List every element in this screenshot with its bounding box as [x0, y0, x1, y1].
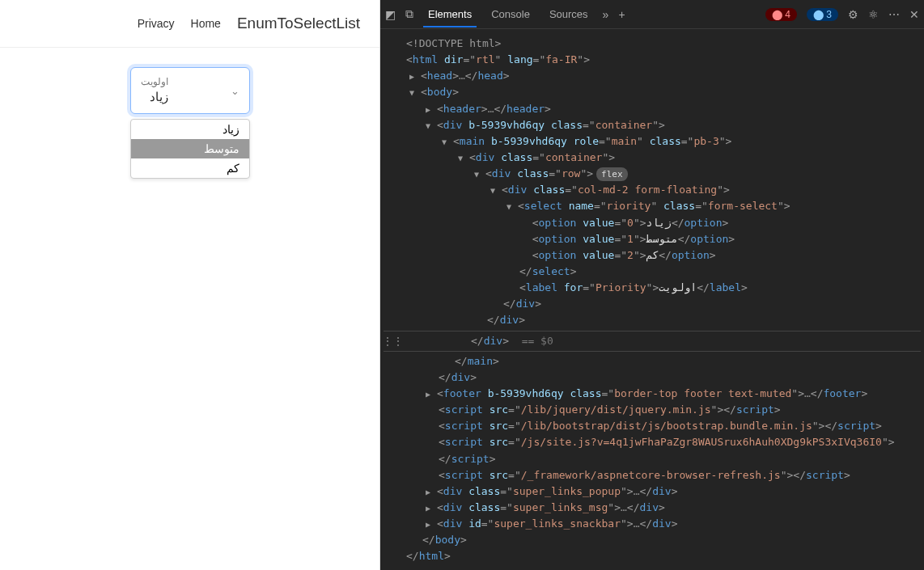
priority-dropdown: زیاد متوسط کم	[130, 119, 250, 179]
select-value: زیاد	[141, 89, 168, 105]
tabs-more-icon[interactable]: »	[603, 8, 609, 21]
dom-div-container2[interactable]: ▼<div class="container">	[384, 150, 921, 166]
dom-select-close[interactable]: </select>	[384, 264, 921, 280]
dom-div-container[interactable]: ▼<div b-5939vhd6qy class="container">	[384, 117, 921, 133]
dom-main[interactable]: ▼<main b-5939vhd6qy role="main" class="p…	[384, 133, 921, 150]
errors-badge[interactable]: ⬤ 4	[765, 8, 797, 21]
settings-icon[interactable]: ⚙	[848, 8, 858, 21]
tab-sources[interactable]: Sources	[545, 2, 593, 27]
device-toggle-icon[interactable]: ⧉	[405, 7, 413, 21]
option-2[interactable]: کم	[131, 158, 249, 178]
dom-body[interactable]: ▼<body>	[384, 84, 921, 100]
option-1[interactable]: متوسط	[131, 139, 249, 158]
dom-div-row[interactable]: ▼<div class="row">flex	[384, 166, 921, 182]
dom-option-2[interactable]: <option value="2">کم</option>	[384, 247, 921, 264]
page-navbar: Privacy Home EnumToSelectList	[0, 0, 379, 48]
nav-home[interactable]: Home	[191, 17, 221, 30]
dom-tree[interactable]: <!DOCTYPE html> <html dir="rtl" lang="fa…	[380, 29, 924, 570]
option-0[interactable]: زیاد	[131, 120, 249, 139]
dom-header[interactable]: ▶<header>…</header>	[384, 101, 921, 117]
drag-handle-icon[interactable]: ⋮⋮	[382, 333, 403, 351]
dom-script-3[interactable]: <script src="/_framework/aspnetcore-brow…	[384, 467, 921, 483]
dom-div-extra-2[interactable]: ▶<div id="super_links_snackbar">…</div>	[384, 516, 921, 532]
dom-div-container2-close[interactable]: ⋮⋮</div> == $0	[384, 333, 921, 349]
dom-label[interactable]: <label for="Priority">اولویت</label>	[384, 280, 921, 296]
warnings-badge[interactable]: ⬤ 3	[807, 8, 838, 21]
brand-title: EnumToSelectList	[237, 15, 360, 32]
dom-option-0[interactable]: <option value="0">زیاد</option>	[384, 215, 921, 231]
dom-script-1[interactable]: <script src="/lib/bootstrap/dist/js/boot…	[384, 418, 921, 434]
dom-option-1[interactable]: <option value="1">متوسط</option>	[384, 231, 921, 247]
dom-html[interactable]: <html dir="rtl" lang="fa-IR">	[384, 52, 921, 68]
dom-script-2-close[interactable]: </script>	[384, 451, 921, 467]
select-label: اولویت	[141, 76, 168, 89]
dom-div-col[interactable]: ▼<div class="col-md-2 form-floating">	[384, 182, 921, 198]
dom-div-row-close[interactable]: </div>	[384, 312, 921, 328]
dom-html-close[interactable]: </html>	[384, 548, 921, 564]
close-icon[interactable]: ✕	[909, 8, 919, 21]
more-icon[interactable]: ⋯	[888, 8, 900, 21]
dom-head[interactable]: ▶<head>…</head>	[384, 68, 921, 84]
activity-icon[interactable]: ⚛	[868, 8, 879, 21]
dom-script-0[interactable]: <script src="/lib/jquery/dist/jquery.min…	[384, 402, 921, 418]
inspect-icon[interactable]: ◩	[385, 8, 396, 21]
dom-div-extra-1[interactable]: ▶<div class="super_links_msg">…</div>	[384, 500, 921, 516]
priority-select-wrap: ⌄ اولویت زیاد زیاد متوسط کم	[130, 67, 250, 179]
dom-select[interactable]: ▼<select name="riority" class="form-sele…	[384, 198, 921, 214]
dom-doctype[interactable]: <!DOCTYPE html>	[384, 36, 921, 52]
webpage-pane: Privacy Home EnumToSelectList ⌄ اولویت ز…	[0, 0, 380, 570]
tab-elements[interactable]: Elements	[423, 2, 477, 27]
select-texts: اولویت زیاد	[141, 76, 168, 104]
devtools-pane: ◩ ⧉ Elements Console Sources » + ⬤ 4 ⬤ 3…	[380, 0, 924, 570]
nav-privacy[interactable]: Privacy	[138, 17, 175, 30]
chevron-down-icon: ⌄	[231, 85, 239, 97]
priority-select[interactable]: ⌄ اولویت زیاد	[130, 67, 250, 114]
dom-div-extra-0[interactable]: ▶<div class="super_links_popup">…</div>	[384, 483, 921, 500]
page-body: ⌄ اولویت زیاد زیاد متوسط کم	[0, 48, 379, 179]
dom-body-close[interactable]: </body>	[384, 532, 921, 548]
dom-footer[interactable]: ▶<footer b-5939vhd6qy class="border-top …	[384, 386, 921, 402]
dom-div-col-close[interactable]: </div>	[384, 296, 921, 312]
tab-console[interactable]: Console	[486, 2, 535, 27]
dom-main-close[interactable]: </main>	[384, 353, 921, 369]
add-tab-icon[interactable]: +	[618, 8, 625, 21]
dom-script-2[interactable]: <script src="/js/site.js?v=4q1jwFhaPaZgr…	[384, 434, 921, 450]
devtools-toolbar: ◩ ⧉ Elements Console Sources » + ⬤ 4 ⬤ 3…	[380, 0, 924, 29]
dom-div-container-close[interactable]: </div>	[384, 369, 921, 386]
